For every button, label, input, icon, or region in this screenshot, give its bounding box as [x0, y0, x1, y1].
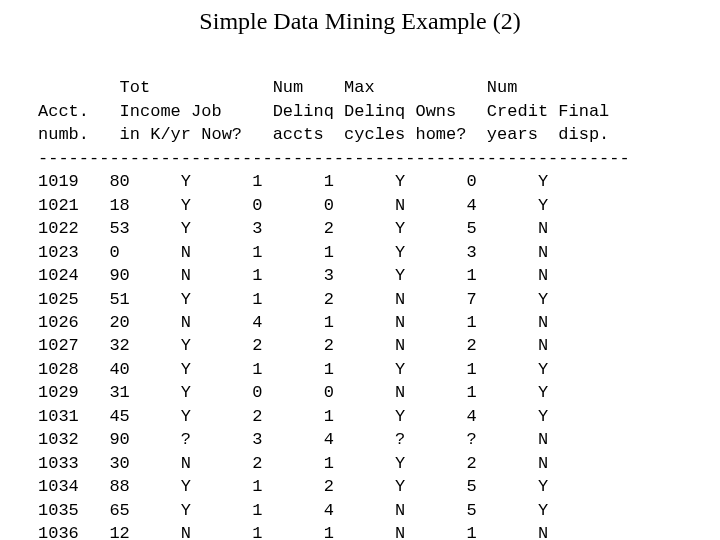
table-row: 1033 30 N 2 1 Y 2 N: [38, 454, 548, 473]
table-row: 1025 51 Y 1 2 N 7 Y: [38, 290, 548, 309]
table-row: 1021 18 Y 0 0 N 4 Y: [38, 196, 548, 215]
table-row: 1031 45 Y 2 1 Y 4 Y: [38, 407, 548, 426]
table-row: 1026 20 N 4 1 N 1 N: [38, 313, 548, 332]
table-row: 1023 0 N 1 1 Y 3 N: [38, 243, 548, 262]
header-line-1: Tot Num Max Num: [38, 78, 517, 97]
table-row: 1022 53 Y 3 2 Y 5 N: [38, 219, 548, 238]
table-row: 1036 12 N 1 1 N 1 N: [38, 524, 548, 540]
table-row: 1024 90 N 1 3 Y 1 N: [38, 266, 548, 285]
table-row: 1034 88 Y 1 2 Y 5 Y: [38, 477, 548, 496]
page-title: Simple Data Mining Example (2): [0, 8, 720, 35]
table-row: 1028 40 Y 1 1 Y 1 Y: [38, 360, 548, 379]
header-line-2: Acct. Income Job Delinq Delinq Owns Cred…: [38, 102, 609, 121]
table-row: 1032 90 ? 3 4 ? ? N: [38, 430, 548, 449]
table-row: 1035 65 Y 1 4 N 5 Y: [38, 501, 548, 520]
table-row: 1027 32 Y 2 2 N 2 N: [38, 336, 548, 355]
data-table: Tot Num Max Num Acct. Income Job Delinq …: [38, 53, 720, 540]
table-row: 1029 31 Y 0 0 N 1 Y: [38, 383, 548, 402]
separator: ----------------------------------------…: [38, 149, 630, 168]
table-row: 1019 80 Y 1 1 Y 0 Y: [38, 172, 548, 191]
header-line-3: numb. in K/yr Now? accts cycles home? ye…: [38, 125, 609, 144]
